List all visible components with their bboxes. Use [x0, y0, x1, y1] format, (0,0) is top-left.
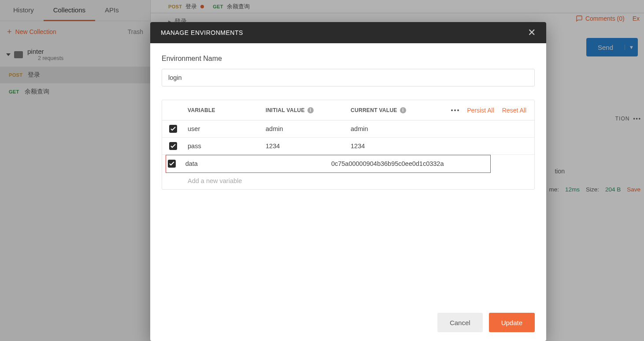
close-icon[interactable]: ✕ — [528, 27, 536, 38]
request-name: 余额查询 — [25, 88, 49, 96]
verb-badge: POST — [168, 4, 182, 9]
caret-down-icon — [6, 53, 11, 56]
more-menu-icon[interactable]: ••• — [633, 116, 641, 122]
variable-row[interactable]: useradminadmin — [162, 120, 534, 138]
checkbox[interactable] — [168, 160, 176, 168]
request-item[interactable]: POST 登录 — [0, 67, 150, 83]
col-variable: VARIABLE — [184, 107, 266, 113]
more-menu-icon[interactable] — [451, 109, 459, 111]
environment-name-label: Environment Name — [162, 55, 535, 63]
verb-badge: POST — [9, 72, 22, 78]
variable-row[interactable]: pass12341234 — [162, 138, 534, 155]
tab-collections[interactable]: Collections — [44, 0, 95, 21]
collection-name: pinter — [27, 48, 63, 55]
unsaved-dot-icon — [200, 5, 204, 8]
variable-name-cell[interactable]: user — [184, 125, 266, 132]
variable-name-cell[interactable]: data — [182, 160, 255, 167]
current-value-cell[interactable]: 0c75a00000904b36b95c0ee0d1c0332a — [328, 160, 444, 167]
initial-value-cell[interactable]: admin — [266, 125, 347, 132]
new-collection-button[interactable]: + New Collection — [7, 28, 56, 36]
current-value-cell[interactable]: admin — [347, 125, 434, 132]
save-response-link[interactable]: Save — [627, 186, 640, 193]
plus-icon: + — [7, 28, 12, 36]
trash-link[interactable]: Trash — [128, 28, 143, 35]
reset-all-link[interactable]: Reset All — [502, 107, 526, 114]
add-variable-placeholder: Add a new variable — [184, 177, 266, 184]
collection-count: 2 requests — [38, 55, 63, 61]
folder-icon — [14, 51, 23, 58]
modal-footer: Cancel Update — [150, 304, 546, 341]
tab-label: 余额查询 — [227, 3, 250, 11]
send-dropdown-caret-icon[interactable]: ▼ — [625, 45, 638, 50]
collection-header[interactable]: pinter 2 requests — [5, 45, 145, 64]
time-label: me: — [549, 186, 559, 193]
svg-point-1 — [454, 109, 456, 111]
time-value: 12ms — [565, 186, 580, 193]
request-name: 登录 — [28, 71, 40, 79]
current-value-cell[interactable]: 1234 — [347, 142, 434, 150]
table-header-row: VARIABLE INITIAL VALUE i CURRENT VALUE i… — [162, 100, 534, 120]
tab-label: 登录 — [185, 3, 197, 11]
size-label: Size: — [586, 186, 599, 193]
column-header-description: TION — [615, 116, 630, 122]
tab-apis[interactable]: APIs — [95, 0, 129, 21]
request-tab[interactable]: GET 余额查询 — [213, 3, 250, 11]
modal-header: MANAGE ENVIRONMENTS ✕ — [150, 22, 546, 43]
initial-value-cell[interactable]: 1234 — [266, 142, 347, 150]
persist-all-link[interactable]: Persist All — [467, 107, 494, 114]
examples-link[interactable]: Ex — [633, 15, 640, 22]
info-icon[interactable]: i — [307, 107, 314, 113]
variables-table: VARIABLE INITIAL VALUE i CURRENT VALUE i… — [162, 100, 535, 190]
checkbox[interactable] — [169, 142, 177, 150]
variable-name-cell[interactable]: pass — [184, 142, 266, 150]
svg-point-0 — [451, 109, 453, 111]
send-label: Send — [586, 44, 625, 51]
new-collection-label: New Collection — [15, 28, 56, 35]
request-tab-bar: POST 登录 GET 余额查询 — [151, 0, 644, 13]
add-variable-row[interactable]: Add a new variable — [162, 172, 534, 189]
col-initial-value: INITIAL VALUE i — [266, 107, 347, 113]
manage-environments-modal: MANAGE ENVIRONMENTS ✕ Environment Name V… — [150, 22, 546, 341]
tab-history[interactable]: History — [4, 0, 44, 21]
comments-button[interactable]: Comments (0) — [576, 15, 625, 22]
sidebar: History Collections APIs + New Collectio… — [0, 0, 151, 341]
info-icon[interactable]: i — [400, 107, 406, 113]
col-current-value: CURRENT VALUE i — [347, 107, 434, 113]
sidebar-tabs: History Collections APIs — [0, 0, 150, 21]
verb-badge: GET — [213, 4, 223, 9]
modal-title: MANAGE ENVIRONMENTS — [161, 29, 243, 36]
description-placeholder: tion — [555, 168, 565, 175]
update-button[interactable]: Update — [489, 313, 535, 332]
comment-icon — [576, 15, 583, 22]
size-value: 204 B — [605, 186, 621, 193]
request-tab[interactable]: POST 登录 — [168, 3, 204, 11]
checkbox[interactable] — [169, 125, 177, 133]
environment-name-input[interactable] — [162, 69, 535, 86]
cancel-button[interactable]: Cancel — [437, 313, 483, 332]
response-metrics: me: 12ms Size: 204 B Save — [549, 186, 640, 193]
send-button[interactable]: Send ▼ — [586, 38, 638, 56]
variable-row[interactable]: data0c75a00000904b36b95c0ee0d1c0332a — [162, 155, 534, 172]
verb-badge: GET — [9, 89, 19, 94]
svg-point-2 — [457, 109, 459, 111]
request-item[interactable]: GET 余额查询 — [0, 83, 150, 100]
comments-label: Comments (0) — [585, 15, 625, 22]
